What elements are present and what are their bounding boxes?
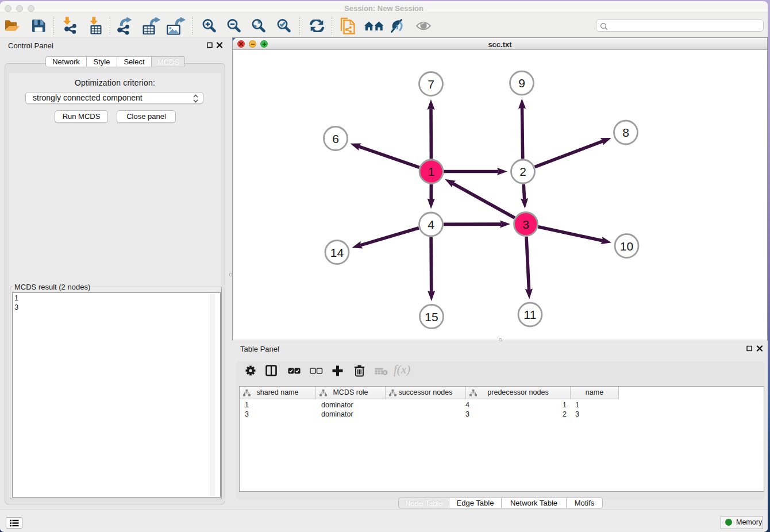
svg-text:7: 7	[428, 78, 434, 91]
svg-text:15: 15	[425, 310, 438, 323]
svg-text:1: 1	[428, 165, 435, 178]
svg-text:2: 2	[519, 165, 526, 178]
svg-text:8: 8	[622, 126, 629, 139]
svg-text:3: 3	[522, 218, 529, 231]
svg-text:4: 4	[428, 218, 434, 231]
svg-text:10: 10	[620, 240, 633, 253]
svg-text:9: 9	[518, 76, 525, 90]
svg-text:14: 14	[330, 246, 344, 259]
svg-text:11: 11	[524, 308, 537, 321]
svg-text:6: 6	[332, 132, 339, 145]
